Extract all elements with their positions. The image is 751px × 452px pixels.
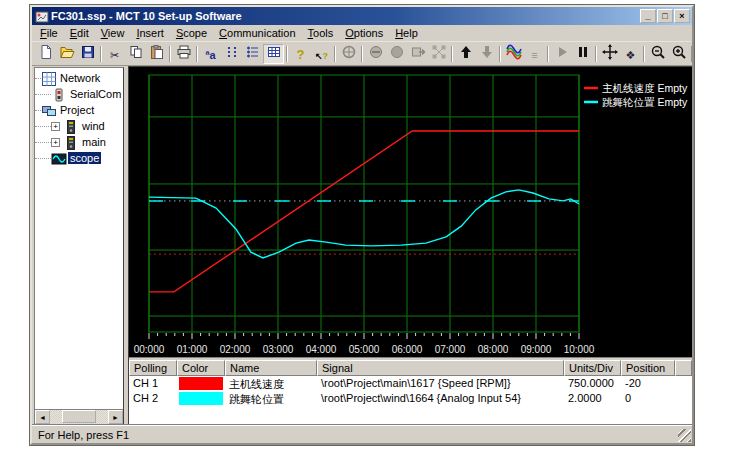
menu-tools[interactable]: Tools — [302, 26, 340, 40]
channel-row-ch1[interactable]: CH 1主机线速度\root\Project\main\1617 {Speed … — [129, 376, 692, 391]
scrollbar-track[interactable] — [50, 410, 108, 424]
tree-expander[interactable]: + — [51, 122, 60, 131]
parameter-setup-button[interactable]: ªa — [200, 44, 221, 64]
column-header-name[interactable]: Name — [225, 360, 317, 376]
serialcom-icon — [51, 87, 66, 102]
svg-text:02:000: 02:000 — [220, 344, 251, 355]
cell-units-div: 750.0000 — [564, 376, 621, 391]
scope-plot[interactable]: 00:00001:00002:00003:00004:00005:00006:0… — [129, 67, 692, 357]
svg-text:01:000: 01:000 — [177, 344, 208, 355]
scroll-left-button[interactable]: ◄ — [35, 410, 50, 424]
column-header-signal[interactable]: Signal — [317, 360, 564, 376]
toolbar-separator — [595, 46, 597, 62]
network-icon — [41, 71, 56, 86]
menu-bar: FileEditViewInsertScopeCommunicationTool… — [32, 25, 692, 42]
sidebar-item-scope[interactable]: scope — [35, 150, 123, 166]
cell-signal: \root\Project\wind\1664 {Analog Input 54… — [317, 391, 564, 406]
zoom-in-button[interactable] — [668, 44, 689, 64]
paste-button[interactable] — [146, 44, 167, 64]
status-bar: For Help, press F1 — [32, 425, 692, 443]
menu-edit[interactable]: Edit — [64, 26, 95, 40]
up-arrow-icon — [458, 44, 474, 64]
save-icon — [80, 44, 96, 64]
toolbar-separator — [451, 46, 453, 62]
menu-communication[interactable]: Communication — [213, 26, 301, 40]
pause-button[interactable] — [572, 44, 593, 64]
svg-text:08:000: 08:000 — [478, 344, 509, 355]
sidebar-item-network[interactable]: Network — [35, 70, 123, 86]
cell-name: 主机线速度 — [225, 376, 317, 391]
sidebar-item-wind[interactable]: +wind — [35, 118, 123, 134]
copy-button[interactable] — [125, 44, 146, 64]
tree-line — [35, 94, 51, 95]
channel-table: CH 1主机线速度\root\Project\main\1617 {Speed … — [129, 376, 692, 406]
scroll-right-button[interactable]: ► — [108, 410, 123, 424]
help-button[interactable]: ? — [290, 44, 311, 64]
open-folder-icon — [59, 44, 75, 64]
menu-scope[interactable]: Scope — [170, 26, 213, 40]
column-header-filler — [675, 360, 692, 376]
cut-button[interactable]: ✂ — [104, 44, 125, 64]
minimize-button[interactable]: _ — [640, 9, 656, 23]
sidebar-item-main[interactable]: +main — [35, 134, 123, 150]
stop-button — [365, 44, 386, 64]
close-button[interactable]: × — [674, 9, 690, 23]
zoom-out-icon — [650, 44, 666, 64]
tree-expander[interactable]: + — [51, 138, 60, 147]
maximize-button[interactable]: □ — [657, 9, 673, 23]
pause-icon — [575, 44, 591, 64]
save-button[interactable] — [77, 44, 98, 64]
scissors-icon: ✂ — [110, 45, 119, 63]
scrollbar-thumb[interactable] — [62, 410, 96, 423]
menu-file[interactable]: File — [34, 26, 64, 40]
resize-grip[interactable] — [678, 429, 691, 442]
lines-icon: ≡ — [531, 45, 537, 63]
paste-icon — [149, 44, 165, 64]
menu-help[interactable]: Help — [389, 26, 424, 40]
title-bar[interactable]: FC301.ssp - MCT 10 Set-up Software _ □ × — [32, 7, 692, 25]
sidebar-item-project[interactable]: Project — [35, 102, 123, 118]
cell-position: -20 — [621, 376, 675, 391]
free-cursor-button[interactable]: ❖ — [620, 44, 641, 64]
new-document-button[interactable] — [35, 44, 56, 64]
column-header-position[interactable]: Position — [621, 360, 675, 376]
toolbar: ✂ªa?↖?≡❖▶| — [32, 42, 692, 66]
menu-insert[interactable]: Insert — [130, 26, 170, 40]
column-header-color[interactable]: Color — [177, 360, 225, 376]
write-drive-icon — [410, 44, 426, 64]
move-up-button[interactable] — [455, 44, 476, 64]
cell-position: 0 — [621, 391, 675, 406]
svg-text:07:000: 07:000 — [435, 344, 466, 355]
scope-icon — [51, 151, 66, 166]
copy-icon — [128, 44, 144, 64]
tree-line — [35, 158, 51, 159]
printer-icon — [176, 44, 192, 64]
sidebar-item-serialcom[interactable]: SerialCom — [35, 86, 123, 102]
column-header-units-div[interactable]: Units/Div — [564, 360, 621, 376]
scope-curves-button[interactable] — [503, 44, 524, 64]
column-header-polling[interactable]: Polling — [129, 360, 177, 376]
record-button — [386, 44, 407, 64]
help-icon: ? — [297, 45, 305, 63]
track-cursor-button[interactable] — [599, 44, 620, 64]
channel-color-swatch — [179, 392, 223, 405]
open-button[interactable] — [56, 44, 77, 64]
zoom-out-button[interactable] — [647, 44, 668, 64]
print-button[interactable] — [173, 44, 194, 64]
svg-text:主机线速度 Empty: 主机线速度 Empty — [602, 82, 688, 94]
menu-options[interactable]: Options — [339, 26, 389, 40]
cell-polling: CH 1 — [129, 376, 177, 391]
toolbar-separator — [643, 46, 645, 62]
toolbar-separator — [100, 46, 102, 62]
tree-horizontal-scrollbar[interactable]: ◄ ► — [35, 409, 123, 424]
scope-chart-area[interactable]: 00:00001:00002:00003:00004:00005:00006:0… — [129, 67, 692, 357]
compare-button[interactable] — [221, 44, 242, 64]
desktop: FC301.ssp - MCT 10 Set-up Software _ □ ×… — [0, 0, 751, 452]
context-help-button[interactable]: ↖? — [311, 44, 332, 64]
network-read-button — [338, 44, 359, 64]
channel-row-ch2[interactable]: CH 2跳舞轮位置\root\Project\wind\1664 {Analog… — [129, 391, 692, 406]
menu-view[interactable]: View — [95, 26, 131, 40]
window-title: FC301.ssp - MCT 10 Set-up Software — [51, 10, 639, 22]
grid-view-button[interactable] — [263, 44, 284, 64]
list-view-button[interactable] — [242, 44, 263, 64]
